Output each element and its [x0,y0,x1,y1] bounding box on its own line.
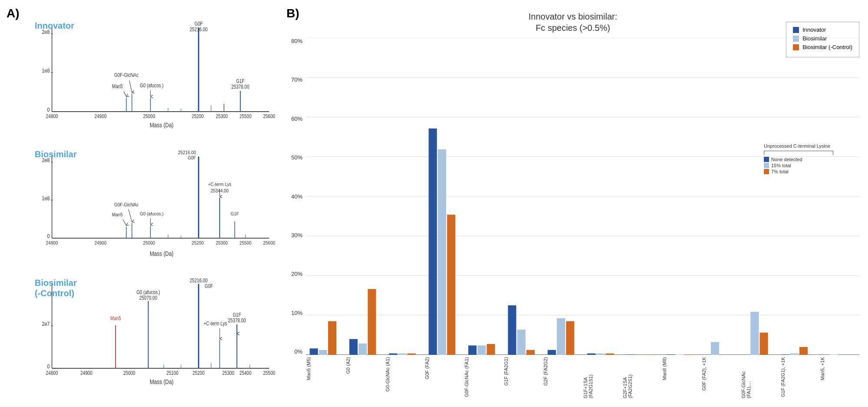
svg-text:G0 (afucos.): G0 (afucos.) [140,211,163,216]
left-panel: A) Innovator 0 1e8 2e8 24800 24900 25000… [0,0,282,407]
spectrum-biosimilar-control-title: Biosimilar(-Control) [35,278,77,298]
x-label-5: G1F (FA2G1) [503,357,543,386]
svg-text:24800: 24800 [46,114,58,119]
svg-text:+C-term Lys: +C-term Lys [204,321,227,326]
chart-main: Man5 (M5) G0 (A2) G0-GlcNAc (A1) G0F (FA… [306,38,859,398]
svg-rect-141 [685,354,693,355]
svg-rect-125 [477,345,486,355]
svg-text:24900: 24900 [80,371,92,376]
svg-text:2e7: 2e7 [42,321,50,327]
x-label-4: G0F-GlcNAc (FA1) [464,357,503,397]
x-label-3: G0F (FA2) [424,357,464,379]
spectrum-innovator-svg: 0 1e8 2e8 24800 24900 25000 25200 25300 … [35,21,276,135]
svg-text:Mass (Da): Mass (Da) [150,122,174,129]
legend-label-innovator: Innovator [802,26,826,33]
svg-rect-116 [358,344,367,355]
bars-container [306,38,859,355]
chart-title: Innovator vs biosimilar: Fc species (>0.… [286,11,859,33]
svg-rect-149 [790,354,799,355]
svg-rect-130 [548,350,556,355]
svg-text:G0F: G0F [187,155,196,160]
x-axis-labels: Man5 (M5) G0 (A2) G0-GlcNAc (A1) G0F (FA… [306,355,859,398]
spectrum-biosimilar-control: Biosimilar(-Control) 0 2e7 24800 24900 2… [9,274,278,403]
spectrum-container: Innovator 0 1e8 2e8 24800 24900 25000 25… [9,4,278,403]
svg-text:25378.00: 25378.00 [228,318,246,323]
svg-text:25400: 25400 [240,371,252,376]
svg-text:Man5: Man5 [112,212,123,217]
panel-b-label: B) [286,7,299,20]
x-label-1: G0 (A2) [345,357,385,374]
svg-text:25200: 25200 [193,371,205,376]
chart-area: 80% 70% 60% 50% 40% 30% 20% 10% 0% [286,38,859,398]
svg-text:Mass (Da): Mass (Da) [150,250,174,257]
svg-rect-112 [310,348,318,355]
svg-text:25600: 25600 [263,240,275,245]
svg-text:0: 0 [47,106,50,113]
svg-text:25200: 25200 [192,240,204,245]
svg-line-61 [128,209,132,222]
svg-line-27 [129,80,132,92]
legend-item-innovator: Innovator [793,26,852,33]
svg-rect-117 [368,289,376,355]
svg-text:25500: 25500 [240,114,252,119]
svg-text:G0F-GlcNAc: G0F-GlcNAc [114,72,139,78]
svg-text:0: 0 [47,363,50,370]
svg-text:25300: 25300 [216,240,228,245]
svg-text:25378.00: 25378.00 [231,84,249,90]
spectrum-innovator: Innovator 0 1e8 2e8 24800 24900 25000 25… [9,17,278,146]
svg-rect-135 [606,354,614,355]
svg-text:25600: 25600 [263,114,275,119]
svg-text:25000: 25000 [143,240,155,245]
legend-color-innovator [793,27,799,33]
svg-rect-123 [447,215,455,355]
y-axis-labels: 80% 70% 60% 50% 40% 30% 20% 10% 0% [286,38,306,398]
svg-text:24800: 24800 [46,371,58,376]
svg-text:+C-term Lys: +C-term Lys [208,181,231,187]
x-label-6: G2F (FA2G2) [543,357,582,386]
annotation-box: Unprocessed C-terminal Lysine None detec… [764,143,855,175]
svg-text:25216.00: 25216.00 [190,278,207,283]
svg-text:1e8: 1e8 [42,195,50,202]
svg-rect-136 [627,354,635,355]
svg-text:G0F: G0F [194,21,203,26]
svg-text:G1F: G1F [236,78,245,84]
svg-rect-133 [587,354,595,355]
svg-rect-124 [468,345,477,355]
svg-rect-129 [526,350,535,355]
bar-chart-svg [306,38,859,355]
spectrum-biosimilar-svg: 0 1e8 2e8 24800 24900 25000 25200 25300 … [35,149,276,264]
annotation-15pct: 15% total [764,163,855,168]
svg-rect-126 [487,344,495,355]
svg-rect-143 [711,342,719,355]
svg-text:24800: 24800 [46,240,58,245]
svg-text:25500: 25500 [263,371,275,376]
svg-text:25216.00: 25216.00 [190,26,207,32]
svg-text:G0F: G0F [204,283,213,289]
svg-rect-128 [517,330,526,355]
annotation-title: Unprocessed C-terminal Lysine [764,143,855,149]
svg-text:G0 (afucos.): G0 (afucos.) [136,290,160,295]
svg-text:G0F-GlcNAc: G0F-GlcNAc [114,202,139,207]
svg-text:25300: 25300 [216,114,228,119]
svg-rect-119 [398,354,407,355]
svg-rect-150 [799,347,808,355]
annotation-none-detected: None detected [764,157,855,162]
svg-rect-131 [557,318,565,355]
svg-text:Mass (Da): Mass (Da) [150,378,174,385]
svg-rect-127 [508,305,516,355]
svg-rect-139 [667,354,675,355]
svg-text:25000: 25000 [143,114,155,119]
svg-text:Man5: Man5 [110,315,121,321]
svg-text:24900: 24900 [95,114,107,119]
svg-rect-147 [760,333,768,355]
svg-text:25300: 25300 [222,371,234,376]
svg-rect-121 [429,129,437,355]
x-label-11: G0F-GlcNAc (FA1),... [741,357,780,398]
svg-text:25344.00: 25344.00 [211,188,229,193]
x-label-12: G1F (FA2G1), +1K [780,357,820,397]
svg-text:G1F: G1F [230,211,239,216]
svg-rect-134 [596,354,605,355]
svg-rect-146 [750,312,759,355]
svg-rect-140 [676,354,684,355]
svg-text:G1F: G1F [233,312,241,318]
